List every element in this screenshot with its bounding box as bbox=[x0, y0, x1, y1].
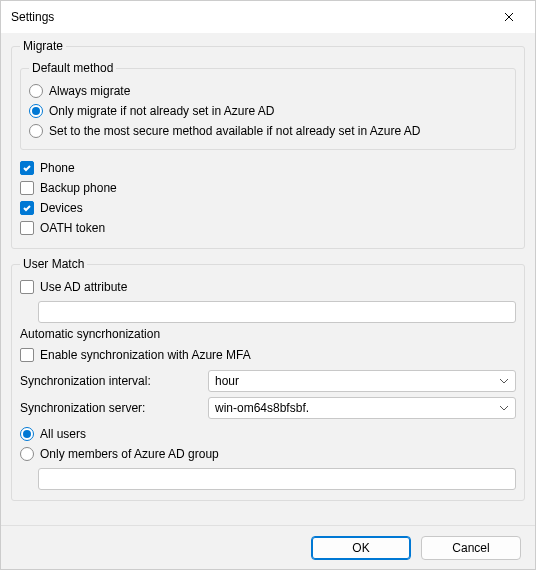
sync-section: Automatic syncrhonization Enable synchro… bbox=[20, 327, 516, 490]
checkbox-backup-phone[interactable]: Backup phone bbox=[20, 178, 516, 198]
checkbox-icon bbox=[20, 181, 34, 195]
radio-only-if-not-set[interactable]: Only migrate if not already set in Azure… bbox=[29, 101, 507, 121]
checkbox-enable-sync[interactable]: Enable synchronization with Azure MFA bbox=[20, 345, 516, 365]
client-area: Migrate Default method Always migrate On… bbox=[1, 33, 535, 525]
checkbox-label: Use AD attribute bbox=[40, 280, 127, 294]
ok-button[interactable]: OK bbox=[311, 536, 411, 560]
button-label: Cancel bbox=[452, 541, 489, 555]
chevron-down-icon bbox=[499, 403, 509, 413]
checkbox-label: Backup phone bbox=[40, 181, 117, 195]
button-label: OK bbox=[352, 541, 369, 555]
default-method-legend: Default method bbox=[29, 61, 116, 75]
checkbox-icon bbox=[20, 280, 34, 294]
ad-attribute-input[interactable] bbox=[38, 301, 516, 323]
sync-interval-select[interactable]: hour bbox=[208, 370, 516, 392]
checkbox-icon bbox=[20, 161, 34, 175]
checkbox-phone[interactable]: Phone bbox=[20, 158, 516, 178]
radio-icon bbox=[29, 84, 43, 98]
settings-window: Settings Migrate Default method Always m… bbox=[0, 0, 536, 570]
select-value: win-om64s8bfsbf. bbox=[215, 401, 499, 415]
user-match-group: User Match Use AD attribute Automatic sy… bbox=[11, 257, 525, 501]
checkbox-label: Enable synchronization with Azure MFA bbox=[40, 348, 251, 362]
migrate-legend: Migrate bbox=[20, 39, 66, 53]
checkbox-label: Devices bbox=[40, 201, 83, 215]
checkbox-label: OATH token bbox=[40, 221, 105, 235]
sync-server-label: Synchronization server: bbox=[20, 401, 200, 415]
checkbox-oath-token[interactable]: OATH token bbox=[20, 218, 516, 238]
radio-most-secure[interactable]: Set to the most secure method available … bbox=[29, 121, 507, 141]
radio-icon bbox=[29, 104, 43, 118]
titlebar: Settings bbox=[1, 1, 535, 33]
chevron-down-icon bbox=[499, 376, 509, 386]
window-title: Settings bbox=[11, 10, 487, 24]
radio-all-users[interactable]: All users bbox=[20, 424, 516, 444]
sync-interval-label: Synchronization interval: bbox=[20, 374, 200, 388]
radio-icon bbox=[29, 124, 43, 138]
sync-title: Automatic syncrhonization bbox=[20, 327, 516, 341]
checkbox-icon bbox=[20, 348, 34, 362]
checkbox-icon bbox=[20, 201, 34, 215]
migrate-group: Migrate Default method Always migrate On… bbox=[11, 39, 525, 249]
radio-label: Always migrate bbox=[49, 84, 130, 98]
radio-icon bbox=[20, 427, 34, 441]
close-icon bbox=[504, 12, 514, 22]
sync-interval-row: Synchronization interval: hour bbox=[20, 370, 516, 392]
cancel-button[interactable]: Cancel bbox=[421, 536, 521, 560]
default-method-group: Default method Always migrate Only migra… bbox=[20, 61, 516, 150]
checkbox-label: Phone bbox=[40, 161, 75, 175]
close-button[interactable] bbox=[487, 3, 531, 31]
sync-server-select[interactable]: win-om64s8bfsbf. bbox=[208, 397, 516, 419]
radio-label: Set to the most secure method available … bbox=[49, 124, 421, 138]
dialog-footer: OK Cancel bbox=[1, 525, 535, 569]
sync-server-row: Synchronization server: win-om64s8bfsbf. bbox=[20, 397, 516, 419]
radio-only-group[interactable]: Only members of Azure AD group bbox=[20, 444, 516, 464]
radio-icon bbox=[20, 447, 34, 461]
radio-label: All users bbox=[40, 427, 86, 441]
radio-label: Only migrate if not already set in Azure… bbox=[49, 104, 274, 118]
radio-label: Only members of Azure AD group bbox=[40, 447, 219, 461]
select-value: hour bbox=[215, 374, 499, 388]
group-name-input[interactable] bbox=[38, 468, 516, 490]
checkbox-icon bbox=[20, 221, 34, 235]
user-match-legend: User Match bbox=[20, 257, 87, 271]
checkbox-use-ad-attribute[interactable]: Use AD attribute bbox=[20, 277, 516, 297]
checkbox-devices[interactable]: Devices bbox=[20, 198, 516, 218]
radio-always-migrate[interactable]: Always migrate bbox=[29, 81, 507, 101]
